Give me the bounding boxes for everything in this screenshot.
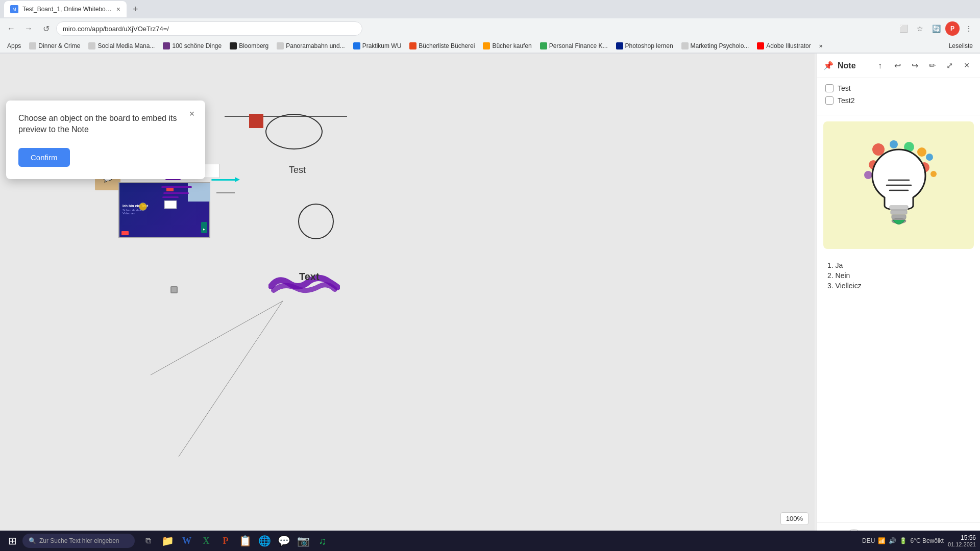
bookmark-apps[interactable]: Apps xyxy=(4,41,24,51)
share-button[interactable]: ↑ xyxy=(873,59,887,73)
bookmark-adobe[interactable]: Adobe Illustrator xyxy=(754,41,814,51)
tab-favicon: M xyxy=(10,5,18,13)
bookmark-finance[interactable]: Personal Finance K... xyxy=(537,41,611,51)
taskview-button[interactable]: ⧉ xyxy=(139,532,157,550)
svg-point-5 xyxy=(917,147,926,157)
bookmark-marketing[interactable]: Marketing Psycholo... xyxy=(678,41,752,51)
discord-button[interactable]: 💬 xyxy=(275,532,293,550)
bookmark-favicon xyxy=(616,42,623,49)
fullscreen-label: 100% xyxy=(786,515,803,522)
bookmark-panorama[interactable]: Panoramabahn und... xyxy=(274,41,348,51)
board-pink-rect[interactable] xyxy=(249,114,263,128)
address-bar[interactable]: miro.com/app/board/uXjVOeTrz74=/ xyxy=(56,21,362,36)
extensions-button[interactable]: ⬜ xyxy=(896,21,911,36)
expand-button[interactable]: ⤢ xyxy=(942,59,957,73)
bookmark-buecherliste[interactable]: Bücherliste Bücherei xyxy=(406,41,478,51)
discord-icon: 💬 xyxy=(278,535,290,547)
bookmark-label: Photoshop lernen xyxy=(625,42,673,49)
zoom-fullscreen-indicator[interactable]: 100% xyxy=(780,512,808,525)
chrome-button[interactable]: 🌐 xyxy=(255,532,274,550)
board-white-rect2[interactable] xyxy=(164,201,177,209)
svg-point-14 xyxy=(864,171,872,179)
bookmark-favicon xyxy=(540,42,547,49)
excel-button[interactable]: X xyxy=(197,532,215,550)
taskbar-search-bar[interactable]: 🔍 Zur Suche Text hier eingeben xyxy=(22,534,135,548)
board-cyan-arrow[interactable] xyxy=(211,179,237,181)
bookmarks-bar: Apps Dinner & Crime Social Media Mana...… xyxy=(0,39,980,53)
windows-icon: ⊞ xyxy=(8,535,17,547)
camera-button[interactable]: 📷 xyxy=(294,532,312,550)
active-tab[interactable]: M Test_Board_1, Online Whiteboas... × xyxy=(4,1,127,17)
profile-switcher-button[interactable]: 🔄 xyxy=(929,21,943,36)
whiteboard-canvas[interactable]: 💬 Ich bin ein Text Schau dir dasVideo an… xyxy=(0,54,817,551)
bookmark-favicon xyxy=(88,42,95,49)
menu-button[interactable]: ⋮ xyxy=(962,21,976,36)
clock: 15:56 01.12.2021 xyxy=(948,534,976,547)
tab-close-button[interactable]: × xyxy=(116,5,120,13)
powerpoint-button[interactable]: P xyxy=(216,532,235,550)
wifi-icon: 📶 xyxy=(878,537,886,544)
forward-button[interactable]: → xyxy=(21,21,36,36)
pen-button[interactable]: ✏ xyxy=(925,59,939,73)
explorer-button[interactable]: 📁 xyxy=(158,532,177,550)
time-display: 15:56 xyxy=(961,534,976,541)
bookmark-social[interactable]: Social Media Mana... xyxy=(85,41,158,51)
start-button[interactable]: ⊞ xyxy=(4,533,20,549)
bookmark-favicon xyxy=(29,42,36,49)
board-big-circle[interactable] xyxy=(298,204,334,239)
taskbar-apps: ⧉ 📁 W X P 📋 🌐 💬 📷 ♫ xyxy=(139,532,332,550)
bookmark-star-button[interactable]: ☆ xyxy=(913,21,927,36)
bookmark-photoshop[interactable]: Photoshop lernen xyxy=(613,41,676,51)
board-text-label[interactable]: Text xyxy=(299,271,320,283)
refresh-button[interactable]: ↺ xyxy=(39,21,53,36)
list-item-3: 3. Vielleicz xyxy=(827,282,970,290)
bookmark-favicon xyxy=(757,42,764,49)
word-button[interactable]: W xyxy=(178,532,196,550)
svg-point-15 xyxy=(930,171,937,177)
ppt-icon: P xyxy=(223,536,229,546)
svg-point-2 xyxy=(872,143,885,156)
url-text: miro.com/app/board/uXjVOeTrz74=/ xyxy=(63,25,169,33)
more-bookmarks-button[interactable]: » xyxy=(816,41,826,51)
bookmark-favicon xyxy=(409,42,416,49)
files-button[interactable]: 📋 xyxy=(236,532,254,550)
board-oval[interactable] xyxy=(265,114,323,149)
dialog-close-button[interactable]: × xyxy=(185,107,199,121)
board-test-text[interactable]: Test xyxy=(289,165,306,176)
bookmark-label: Panoramabahn und... xyxy=(286,42,345,49)
checkbox-test[interactable] xyxy=(825,84,834,92)
profile-button[interactable]: P xyxy=(945,21,960,36)
bookmark-dinner[interactable]: Dinner & Crime xyxy=(26,41,83,51)
bookmark-praktikum[interactable]: Praktikum WU xyxy=(350,41,405,51)
svg-point-10 xyxy=(926,154,933,161)
dialog-message: Choose an object on the board to embed i… xyxy=(18,113,193,136)
redo-button[interactable]: ↪ xyxy=(908,59,922,73)
spotify-button[interactable]: ♫ xyxy=(313,532,332,550)
bookmark-favicon xyxy=(163,42,170,49)
undo-button[interactable]: ↩ xyxy=(890,59,904,73)
list-text-ja: Ja xyxy=(836,261,843,269)
language-indicator: DEU xyxy=(862,537,875,544)
bookmark-buecher[interactable]: Bücher kaufen xyxy=(480,41,534,51)
bookmark-label: Social Media Mana... xyxy=(97,42,155,49)
camera-icon: 📷 xyxy=(297,535,310,547)
panel-title: Note xyxy=(838,61,869,70)
bookmark-bloomberg[interactable]: Bloomberg xyxy=(227,41,272,51)
svg-rect-19 xyxy=(890,206,908,210)
bookmark-favicon xyxy=(483,42,490,49)
checkbox-test2[interactable] xyxy=(825,96,834,105)
confirm-button[interactable]: Confirm xyxy=(18,148,70,167)
spotify-icon: ♫ xyxy=(319,535,327,547)
checklist-label-test2: Test2 xyxy=(838,96,854,105)
explorer-icon: 📁 xyxy=(161,535,174,547)
bookmark-100[interactable]: 100 schöne Dinge xyxy=(160,41,225,51)
checklist-item: Test xyxy=(825,84,972,92)
reading-list-button[interactable]: Leseliste xyxy=(946,41,976,51)
files-icon: 📋 xyxy=(239,535,252,547)
bookmark-favicon xyxy=(230,42,237,49)
new-tab-button[interactable]: + xyxy=(129,2,142,17)
taskbar-right: DEU 📶 🔊 🔋 6°C Bewölkt 15:56 01.12.2021 xyxy=(862,534,976,547)
pin-icon[interactable]: 📌 xyxy=(823,61,834,70)
panel-close-button[interactable]: × xyxy=(960,59,974,73)
back-button[interactable]: ← xyxy=(4,21,18,36)
